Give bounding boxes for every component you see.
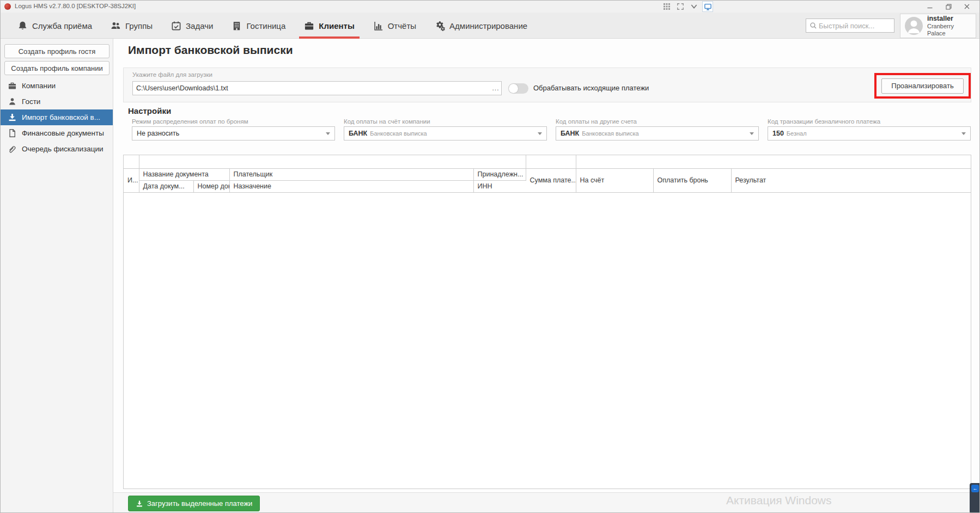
select-value-secondary: Безнал xyxy=(787,130,807,137)
search-icon xyxy=(809,22,817,29)
tab-front-desk[interactable]: Служба приёма xyxy=(13,13,97,39)
tab-label: Служба приёма xyxy=(32,21,92,30)
col-doc-name[interactable]: Название документа xyxy=(139,168,229,180)
user-card[interactable]: installer Cranberry Palace xyxy=(900,14,976,38)
window-controls xyxy=(921,1,976,13)
sidebar-item-bank-import[interactable]: Импорт банковской в... xyxy=(1,109,113,125)
sidebar-item-financial-documents[interactable]: Финансовые документы xyxy=(1,125,113,141)
sidebar-menu: Компании Гости Импорт банковской в... Фи… xyxy=(1,78,113,157)
sidebar-item-companies[interactable]: Компании xyxy=(1,78,113,94)
col-id[interactable]: И... xyxy=(124,168,139,192)
create-company-profile-button[interactable]: Создать профиль компании xyxy=(4,61,109,75)
building-icon xyxy=(232,21,242,31)
select-value-secondary: Банковская выписка xyxy=(370,130,427,137)
tab-administration[interactable]: Администрирование xyxy=(430,13,532,39)
maximize-button[interactable] xyxy=(939,1,958,13)
caret-down-icon xyxy=(750,132,754,135)
settings-title: Настройки xyxy=(128,106,171,115)
col-doc-date[interactable]: Дата докум... xyxy=(139,180,193,192)
file-field-label: Укажите файл для загрузки xyxy=(132,71,212,78)
tab-tasks[interactable]: Задачи xyxy=(166,13,218,39)
file-path-field: ... xyxy=(132,81,502,95)
load-button-label: Загрузить выделенные платежи xyxy=(147,499,252,508)
app-window: Logus HMS v2.7.80.0 [DESKTOP-38SJ2KI] xyxy=(0,0,980,513)
sidebar-item-label: Импорт банковской в... xyxy=(22,113,100,121)
tab-hotel[interactable]: Гостиница xyxy=(227,13,290,39)
header-band-cell xyxy=(139,155,526,168)
col-result[interactable]: Результат xyxy=(731,168,971,192)
header-row-1: И... Название документа Плательщик Прина… xyxy=(124,168,971,180)
remote-control-handle[interactable]: ← xyxy=(970,483,980,513)
windows-activation-watermark: Активация Windows xyxy=(726,494,832,507)
chevron-down-icon[interactable] xyxy=(689,1,699,12)
company-account-code-select[interactable]: БАНК Банковская выписка xyxy=(344,126,547,141)
quick-search-input[interactable] xyxy=(819,22,894,30)
caret-down-icon xyxy=(961,132,966,135)
toggle-knob xyxy=(509,84,518,93)
field-company-account-code: Код оплаты на счёт компании БАНК Банковс… xyxy=(344,118,547,141)
col-amount[interactable]: Сумма плате... xyxy=(526,168,576,192)
nav-tabs: Служба приёма Группы Задачи Гостиница xyxy=(13,13,541,39)
payments-table-header: И... Название документа Плательщик Прина… xyxy=(124,155,971,193)
select-value: 150 xyxy=(772,130,784,137)
analyze-button[interactable]: Проанализировать xyxy=(881,78,964,94)
sidebar-item-label: Финансовые документы xyxy=(22,129,104,137)
col-doc-number[interactable]: Номер док... xyxy=(193,180,229,192)
download-icon xyxy=(136,500,143,508)
tab-label: Отчёты xyxy=(388,21,416,30)
distribution-mode-select[interactable]: Не разносить xyxy=(132,126,335,141)
create-guest-profile-button[interactable]: Создать профиль гостя xyxy=(4,44,109,58)
tab-clients[interactable]: Клиенты xyxy=(299,13,359,39)
header-band-cell xyxy=(576,155,971,168)
other-account-code-select[interactable]: БАНК Банковская выписка xyxy=(556,126,759,141)
outgoing-payments-label: Обрабатывать исходящие платежи xyxy=(533,84,649,92)
field-cashless-transaction-code: Код транзакции безналичного платежа 150 … xyxy=(768,118,971,141)
user-name: installer xyxy=(927,15,971,23)
select-value: Не разносить xyxy=(137,130,179,137)
expand-icon[interactable] xyxy=(675,1,686,12)
col-pay-booking[interactable]: Оплатить бронь xyxy=(653,168,731,192)
title-bar: Logus HMS v2.7.80.0 [DESKTOP-38SJ2KI] xyxy=(1,1,979,13)
sidebar-item-fiscalization-queue[interactable]: Очередь фискализации xyxy=(1,141,113,157)
logus-logo-icon xyxy=(4,3,11,10)
close-button[interactable] xyxy=(958,1,976,13)
col-account[interactable]: На счёт xyxy=(576,168,653,192)
sidebar-item-label: Очередь фискализации xyxy=(22,145,103,153)
main-nav: Служба приёма Группы Задачи Гостиница xyxy=(1,13,979,39)
col-belonging[interactable]: Принадлежн... xyxy=(473,168,526,180)
header-band-cell xyxy=(124,155,139,168)
caret-down-icon xyxy=(326,132,330,135)
document-icon xyxy=(8,129,17,138)
monitor-icon[interactable] xyxy=(702,1,713,12)
sidebar-item-label: Гости xyxy=(22,97,40,106)
sidebar: Создать профиль гостя Создать профиль ко… xyxy=(1,39,113,513)
col-purpose[interactable]: Назначение xyxy=(229,180,473,192)
minimize-button[interactable] xyxy=(921,1,939,13)
grid-icon[interactable] xyxy=(661,1,672,12)
load-selected-payments-button[interactable]: Загрузить выделенные платежи xyxy=(128,496,260,511)
select-value: БАНК xyxy=(561,130,579,137)
arrow-left-icon: ← xyxy=(971,485,979,492)
file-path-input[interactable] xyxy=(133,84,490,92)
header-band-cell xyxy=(526,155,576,168)
paperclip-icon xyxy=(8,144,17,154)
tab-reports[interactable]: Отчёты xyxy=(368,13,421,39)
browse-button[interactable]: ... xyxy=(490,84,501,92)
tab-groups[interactable]: Группы xyxy=(106,13,157,39)
window-title: Logus HMS v2.7.80.0 [DESKTOP-38SJ2KI] xyxy=(15,3,136,9)
header-band-row xyxy=(124,155,971,168)
user-org: Cranberry Palace xyxy=(927,23,971,37)
col-payer[interactable]: Плательщик xyxy=(229,168,473,180)
remote-toolbar xyxy=(661,1,713,12)
outgoing-payments-toggle[interactable] xyxy=(508,83,528,94)
field-label: Код оплаты на счёт компании xyxy=(344,118,547,125)
sidebar-item-guests[interactable]: Гости xyxy=(1,94,113,109)
file-panel: Укажите файл для загрузки ... Обрабатыва… xyxy=(123,68,971,102)
tab-label: Администрирование xyxy=(449,21,527,30)
tab-label: Группы xyxy=(125,21,153,30)
tab-label: Клиенты xyxy=(319,21,354,30)
col-inn[interactable]: ИНН xyxy=(473,180,526,192)
field-other-account-code: Код оплаты на другие счета БАНК Банковск… xyxy=(556,118,759,141)
cashless-transaction-code-select[interactable]: 150 Безнал xyxy=(768,126,971,141)
download-icon xyxy=(8,113,17,122)
